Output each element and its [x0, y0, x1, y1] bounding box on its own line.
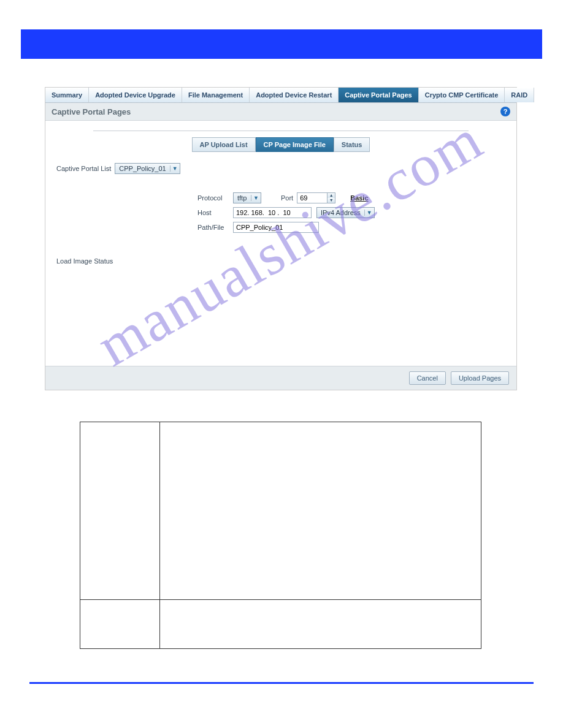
port-label: Port [281, 194, 293, 202]
app-window: Summary Adopted Device Upgrade File Mana… [45, 87, 517, 390]
table-row [80, 422, 481, 600]
tab-adopted-device-upgrade[interactable]: Adopted Device Upgrade [89, 88, 182, 102]
bottom-rule [29, 682, 534, 684]
protocol-label: Protocol [197, 194, 229, 202]
main-panel: AP Upload List CP Page Image File Status… [45, 121, 516, 366]
chevron-down-icon: ▼ [170, 165, 180, 172]
tab-adopted-device-restart[interactable]: Adopted Device Restart [250, 88, 339, 102]
tab-file-management[interactable]: File Management [182, 88, 250, 102]
protocol-select[interactable]: tftp ▼ [233, 192, 261, 203]
subtab-ap-upload-list[interactable]: AP Upload List [192, 137, 256, 152]
captive-portal-list-select[interactable]: CPP_Policy_01 ▼ [115, 163, 180, 174]
address-type-select[interactable]: IPv4 Address ▼ [316, 207, 375, 218]
captive-portal-list-row: Captive Portal List CPP_Policy_01 ▼ [56, 163, 505, 174]
page-title: Captive Portal Pages [52, 107, 131, 116]
captive-portal-list-label: Captive Portal List [56, 165, 111, 172]
cancel-button[interactable]: Cancel [409, 371, 446, 385]
subtab-cp-page-image-file[interactable]: CP Page Image File [256, 137, 334, 152]
tab-summary[interactable]: Summary [45, 88, 89, 102]
host-label: Host [197, 209, 229, 216]
port-stepper[interactable]: ▲ ▼ [327, 192, 335, 203]
address-type-value: IPv4 Address [317, 209, 364, 216]
subtab-status[interactable]: Status [334, 137, 370, 152]
pathfile-label: Path/File [197, 224, 229, 231]
tab-captive-portal-pages[interactable]: Captive Portal Pages [339, 88, 418, 102]
page-title-bar: Captive Portal Pages ? [45, 103, 516, 121]
basic-link[interactable]: Basic [350, 194, 368, 202]
pathfile-row: Path/File [197, 222, 505, 233]
upload-pages-button[interactable]: Upload Pages [451, 371, 509, 385]
tab-raid[interactable]: RAID [505, 88, 534, 102]
host-input[interactable] [233, 207, 312, 218]
table-row [80, 600, 481, 649]
pathfile-input[interactable] [233, 222, 319, 233]
captive-portal-list-value: CPP_Policy_01 [115, 165, 169, 172]
description-table [80, 422, 481, 649]
footer-bar: Cancel Upload Pages [45, 366, 516, 390]
table-cell [160, 422, 481, 600]
chevron-down-icon: ▼ [251, 195, 261, 201]
divider [93, 131, 469, 131]
chevron-down-icon: ▼ [364, 210, 374, 216]
main-tabbar: Summary Adopted Device Upgrade File Mana… [45, 88, 516, 103]
table-cell [80, 600, 160, 649]
table-cell [80, 422, 160, 600]
table-cell [160, 600, 481, 649]
protocol-value: tftp [234, 194, 251, 202]
sub-tabbar: AP Upload List CP Page Image File Status [56, 137, 505, 152]
protocol-port-row: Protocol tftp ▼ Port ▲ ▼ Basic [197, 192, 505, 203]
host-row: Host IPv4 Address ▼ [197, 207, 505, 218]
arrow-up-icon[interactable]: ▲ [327, 193, 335, 198]
port-input[interactable] [297, 192, 327, 203]
load-image-status-label: Load Image Status [56, 257, 505, 265]
arrow-down-icon[interactable]: ▼ [327, 198, 335, 203]
tab-crypto-cmp-certificate[interactable]: Crypto CMP Certificate [419, 88, 505, 102]
help-icon[interactable]: ? [500, 107, 510, 116]
top-banner [21, 29, 542, 59]
